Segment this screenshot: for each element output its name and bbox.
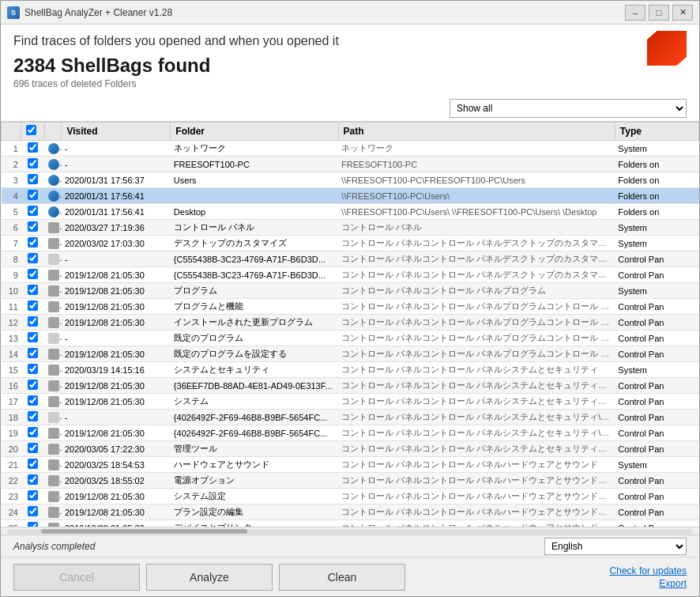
row-checkbox-cell[interactable] xyxy=(21,204,45,220)
row-checkbox[interactable] xyxy=(28,285,38,295)
row-checkbox-cell[interactable] xyxy=(21,236,45,251)
minimize-button[interactable]: – xyxy=(625,5,645,21)
table-container[interactable]: Visited Folder Path Type 1 - ネットワーク ネットワ… xyxy=(1,121,699,527)
table-row[interactable]: 6 2020/03/27 17:19:36 コントロール パネル コントロール … xyxy=(2,220,699,236)
table-row[interactable]: 12 2019/12/08 21:05:30 インストールされた更新プログラム … xyxy=(2,315,699,331)
table-row[interactable]: 2 - FREESOFT100-PC FREESOFT100-PC Folder… xyxy=(2,157,699,172)
table-row[interactable]: 17 2019/12/08 21:05:30 システム コントロール パネルコン… xyxy=(2,394,699,410)
row-checkbox-cell[interactable] xyxy=(21,425,45,441)
table-row[interactable]: 19 2019/12/08 21:05:30 {4026492F-2F69-46… xyxy=(2,425,699,441)
row-checkbox-cell[interactable] xyxy=(21,172,45,188)
row-checkbox[interactable] xyxy=(28,316,38,327)
row-checkbox[interactable] xyxy=(28,443,38,453)
row-checkbox-cell[interactable] xyxy=(21,410,45,425)
table-row[interactable]: 14 2019/12/08 21:05:30 既定のプログラムを設定する コント… xyxy=(2,346,699,362)
row-checkbox-cell[interactable] xyxy=(21,315,45,331)
table-row[interactable]: 4 2020/01/31 17:56:41 \\FREESOFT100-PC\U… xyxy=(2,188,699,204)
col-header-check xyxy=(21,123,45,141)
table-row[interactable]: 10 2019/12/08 21:05:30 プログラム コントロール パネルコ… xyxy=(2,283,699,299)
row-checkbox[interactable] xyxy=(28,364,38,374)
row-checkbox-cell[interactable] xyxy=(21,473,45,489)
row-checkbox[interactable] xyxy=(28,459,38,469)
table-row[interactable]: 5 2020/01/31 17:56:41 Desktop \\FREESOFT… xyxy=(2,204,699,220)
scrollbar-thumb[interactable] xyxy=(41,529,247,534)
table-row[interactable]: 23 2019/12/08 21:05:30 システム設定 コントロール パネル… xyxy=(2,489,699,504)
row-checkbox[interactable] xyxy=(28,506,38,516)
row-checkbox[interactable] xyxy=(28,427,38,437)
row-checkbox-cell[interactable] xyxy=(21,141,45,157)
row-checkbox-cell[interactable] xyxy=(21,346,45,362)
row-checkbox-cell[interactable] xyxy=(21,188,45,204)
row-icon-cell xyxy=(45,172,62,188)
table-row[interactable]: 13 - 既定のプログラム コントロール パネルコントロール パネルプログラムコ… xyxy=(2,331,699,346)
maximize-button[interactable]: □ xyxy=(649,5,669,21)
row-checkbox-cell[interactable] xyxy=(21,299,45,315)
col-header-num xyxy=(2,123,21,141)
row-checkbox[interactable] xyxy=(28,395,38,406)
row-checkbox-cell[interactable] xyxy=(21,251,45,267)
table-row[interactable]: 8 - {C555438B-3C23-4769-A71F-B6D3D... コン… xyxy=(2,251,699,267)
row-visited: 2020/01/31 17:56:37 xyxy=(62,172,171,188)
table-row[interactable]: 24 2019/12/08 21:05:30 プラン設定の編集 コントロール パ… xyxy=(2,504,699,520)
filter-dropdown[interactable]: Show all Show deleted only Show existing… xyxy=(450,99,687,118)
row-checkbox[interactable] xyxy=(28,380,38,390)
row-number: 14 xyxy=(2,346,21,362)
title-bar: S ShellBag AnalyZer + Cleaner v1.28 – □ … xyxy=(1,1,699,25)
cancel-button[interactable]: Cancel xyxy=(13,564,140,591)
analyze-button[interactable]: Analyze xyxy=(146,564,273,591)
table-row[interactable]: 9 2019/12/08 21:05:30 {C555438B-3C23-476… xyxy=(2,267,699,283)
row-type: System xyxy=(615,457,698,473)
row-checkbox-cell[interactable] xyxy=(21,457,45,473)
table-row[interactable]: 25 2019/12/08 21:05:30 デバイスとプリンター コントロール… xyxy=(2,520,699,527)
table-row[interactable]: 3 2020/01/31 17:56:37 Users \\FREESOFT10… xyxy=(2,172,699,188)
row-type: Control Pan xyxy=(615,346,698,362)
row-checkbox-cell[interactable] xyxy=(21,394,45,410)
clean-button[interactable]: Clean xyxy=(279,564,405,591)
table-row[interactable]: 11 2019/12/08 21:05:30 プログラムと機能 コントロール パ… xyxy=(2,299,699,315)
row-checkbox[interactable] xyxy=(28,348,38,358)
table-row[interactable]: 7 2020/03/02 17:03:30 デスクトップのカスタマイズ コントロ… xyxy=(2,236,699,251)
table-row[interactable]: 22 2020/03/25 18:55:02 電源オプション コントロール パネ… xyxy=(2,473,699,489)
row-checkbox[interactable] xyxy=(28,332,38,342)
row-checkbox-cell[interactable] xyxy=(21,378,45,394)
row-checkbox[interactable] xyxy=(28,237,38,247)
row-checkbox[interactable] xyxy=(28,253,38,263)
export-button[interactable]: Export xyxy=(659,578,687,589)
table-row[interactable]: 20 2020/03/05 17:22:30 管理ツール コントロール パネルコ… xyxy=(2,441,699,457)
row-checkbox-cell[interactable] xyxy=(21,441,45,457)
select-all-checkbox[interactable] xyxy=(26,125,36,135)
row-checkbox[interactable] xyxy=(28,411,38,421)
row-checkbox[interactable] xyxy=(28,142,38,153)
row-checkbox-cell[interactable] xyxy=(21,362,45,378)
row-type: Folders on xyxy=(615,204,698,220)
row-checkbox[interactable] xyxy=(28,174,38,184)
row-checkbox[interactable] xyxy=(28,490,38,501)
table-row[interactable]: 21 2020/03/25 18:54:53 ハードウェアとサウンド コントロー… xyxy=(2,457,699,473)
row-checkbox[interactable] xyxy=(28,206,38,216)
row-checkbox-cell[interactable] xyxy=(21,267,45,283)
row-checkbox-cell[interactable] xyxy=(21,489,45,504)
row-checkbox-cell[interactable] xyxy=(21,331,45,346)
row-checkbox[interactable] xyxy=(28,474,38,485)
table-row[interactable]: 1 - ネットワーク ネットワーク System xyxy=(2,141,699,157)
language-dropdown[interactable]: English Japanese German French xyxy=(544,538,687,555)
table-row[interactable]: 15 2020/03/19 14:15:16 システムとセキュリティ コントロー… xyxy=(2,362,699,378)
row-checkbox[interactable] xyxy=(28,158,38,168)
row-checkbox-cell[interactable] xyxy=(21,520,45,527)
row-checkbox-cell[interactable] xyxy=(21,283,45,299)
row-checkbox-cell[interactable] xyxy=(21,504,45,520)
row-icon-cell xyxy=(45,346,62,362)
close-button[interactable]: ✕ xyxy=(672,5,693,21)
row-icon xyxy=(48,507,59,518)
horizontal-scrollbar[interactable] xyxy=(1,527,699,535)
table-row[interactable]: 18 - {4026492F-2F69-46B8-B9BF-5654FC... … xyxy=(2,410,699,425)
check-updates-button[interactable]: Check for updates xyxy=(610,565,687,576)
row-checkbox[interactable] xyxy=(28,221,38,232)
row-checkbox[interactable] xyxy=(28,269,38,279)
row-checkbox[interactable] xyxy=(28,300,38,311)
table-row[interactable]: 16 2019/12/08 21:05:30 {36EEF7DB-88AD-4E… xyxy=(2,378,699,394)
row-checkbox-cell[interactable] xyxy=(21,157,45,172)
row-checkbox-cell[interactable] xyxy=(21,220,45,236)
row-folder: FREESOFT100-PC xyxy=(171,157,338,172)
row-checkbox[interactable] xyxy=(28,190,38,200)
